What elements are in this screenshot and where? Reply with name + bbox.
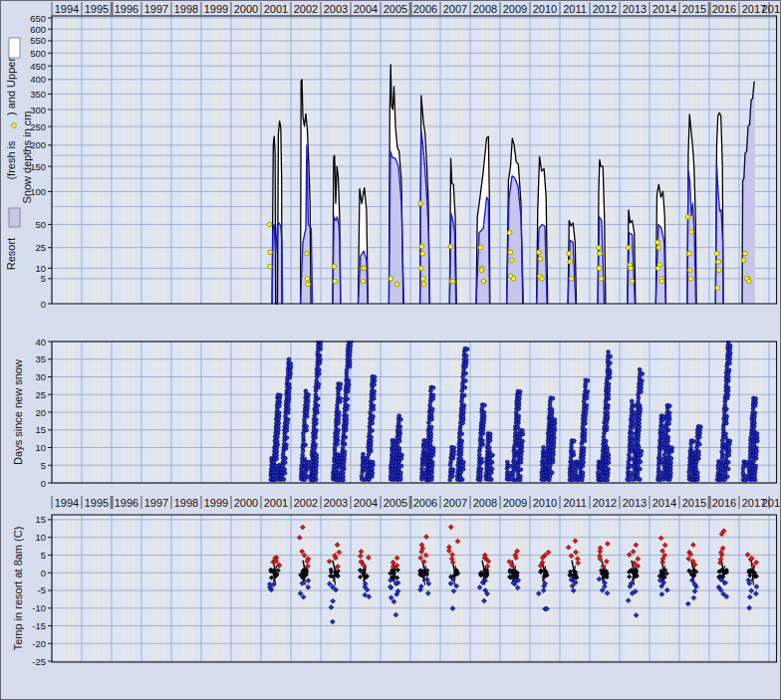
days-dot: [606, 471, 610, 475]
days-dot: [574, 467, 578, 471]
days-dot: [300, 467, 304, 471]
temp-axis-label: Temp in resort at 8am (C): [12, 527, 24, 651]
days-dot: [371, 467, 375, 471]
days-dot: [668, 471, 672, 475]
fresh-snow-dot: [362, 266, 367, 271]
days-dot: [629, 428, 633, 432]
days-dot: [314, 467, 318, 471]
days-dot: [449, 460, 453, 464]
legend-upper-swatch: [9, 38, 20, 58]
fresh-snow-dot: [655, 240, 660, 245]
days-dot: [283, 456, 287, 460]
days-dot: [505, 460, 509, 464]
fresh-snow-dot: [510, 258, 515, 263]
days-dot: [582, 399, 586, 403]
days-dot: [281, 452, 285, 456]
tick-label: 30: [35, 371, 46, 382]
legend-resort-swatch: [9, 208, 20, 227]
days-dot: [315, 378, 319, 382]
year-label: 1994: [55, 3, 79, 15]
year-label: 1996: [115, 3, 138, 15]
year-label: 1998: [174, 497, 198, 509]
days-dot: [487, 446, 491, 450]
days-dot: [607, 456, 611, 460]
days-dot: [749, 442, 753, 446]
days-dot: [336, 442, 340, 446]
tick-label: 35: [35, 353, 46, 364]
days-dot: [288, 375, 292, 379]
days-dot: [275, 457, 279, 461]
days-dot: [542, 445, 546, 449]
days-dot: [428, 439, 432, 443]
days-dot: [627, 460, 631, 464]
days-dot: [272, 460, 276, 464]
fresh-snow-dot: [538, 257, 543, 262]
days-dot: [724, 421, 728, 425]
days-dot: [284, 414, 288, 418]
days-dot: [478, 446, 482, 450]
days-dot: [339, 382, 343, 386]
days-dot: [482, 410, 486, 414]
days-dot: [628, 453, 632, 457]
days-dot: [430, 460, 434, 464]
year-label: 2001: [264, 3, 288, 15]
days-dot: [463, 385, 467, 389]
fresh-snow-dot: [540, 277, 545, 282]
days-dot: [606, 411, 610, 415]
days-dot: [315, 428, 319, 432]
tick-label: -5: [38, 584, 46, 595]
days-dot: [741, 471, 745, 475]
year-label: 2001: [264, 497, 288, 509]
days-dot: [632, 478, 636, 482]
days-dot: [725, 414, 729, 418]
days-dot: [305, 428, 309, 432]
tick-label: 0: [41, 299, 46, 310]
days-dot: [667, 414, 671, 418]
days-dot: [283, 467, 287, 471]
fresh-snow-dot: [743, 251, 748, 256]
days-dot: [638, 367, 642, 371]
days-dot: [287, 396, 291, 400]
days-dot: [660, 439, 664, 443]
days-dot: [339, 396, 343, 400]
days-dot: [574, 470, 578, 474]
days-dot: [755, 439, 759, 443]
days-dot: [609, 354, 613, 358]
days-dot: [366, 456, 370, 460]
days-dot: [695, 471, 699, 475]
days-dot: [669, 461, 673, 465]
days-dot: [285, 436, 289, 440]
days-dot: [519, 475, 523, 479]
days-dot: [314, 421, 318, 425]
days-dot: [461, 460, 465, 464]
days-dot: [726, 375, 730, 379]
days-dot: [399, 464, 403, 468]
days-dot: [698, 425, 702, 429]
days-dot: [520, 449, 524, 453]
days-dot: [637, 400, 641, 404]
days-dot: [519, 468, 523, 472]
fresh-snow-dot: [747, 279, 752, 284]
year-label: 1996: [115, 497, 138, 509]
tick-label: -10: [32, 602, 46, 613]
days-dot: [315, 407, 319, 411]
days-dot: [754, 453, 758, 457]
days-dot: [319, 341, 323, 345]
year-label: 2000: [234, 497, 258, 509]
days-dot: [337, 410, 341, 414]
days-dot: [656, 467, 660, 471]
days-dot: [371, 460, 375, 464]
days-dot: [459, 449, 463, 453]
days-dot: [521, 432, 525, 436]
days-dot: [638, 403, 642, 407]
days-dot: [695, 475, 699, 479]
days-dot: [348, 358, 352, 362]
days-dot: [697, 456, 701, 460]
days-dot: [753, 474, 757, 478]
days-dot: [607, 382, 611, 386]
days-dot: [461, 411, 465, 415]
year-label: 1999: [204, 497, 228, 509]
days-dot: [306, 404, 310, 408]
days-dot: [630, 399, 634, 403]
days-dot: [275, 450, 279, 454]
